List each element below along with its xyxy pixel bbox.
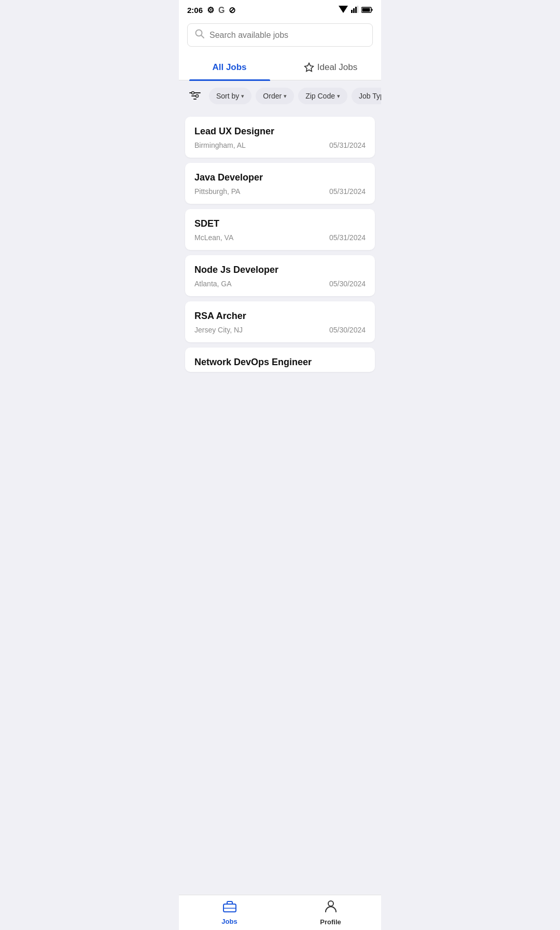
job-card-2[interactable]: Java Developer Pittsburgh, PA 05/31/2024 bbox=[185, 163, 375, 204]
search-icon bbox=[195, 29, 204, 41]
job-title-partial: Network DevOps Engineer bbox=[194, 357, 366, 368]
svg-line-9 bbox=[201, 35, 204, 38]
google-icon: G bbox=[218, 6, 225, 15]
search-input[interactable] bbox=[209, 31, 365, 40]
tabs-container: All Jobs Ideal Jobs bbox=[179, 55, 381, 80]
job-date-2: 05/31/2024 bbox=[329, 187, 366, 196]
signal-icon bbox=[351, 6, 358, 15]
status-indicators bbox=[339, 6, 373, 15]
order-chip[interactable]: Order ▾ bbox=[256, 88, 294, 104]
job-date-4: 05/30/2024 bbox=[329, 280, 366, 288]
status-bar: 2:06 ⚙ G ⊘ bbox=[179, 0, 381, 18]
job-card-3[interactable]: SDET McLean, VA 05/31/2024 bbox=[185, 209, 375, 250]
wifi-icon bbox=[339, 6, 348, 15]
tab-ideal-jobs[interactable]: Ideal Jobs bbox=[280, 55, 381, 80]
zip-code-chip[interactable]: Zip Code ▾ bbox=[298, 88, 347, 104]
job-location-2: Pittsburgh, PA bbox=[194, 187, 240, 196]
search-bar[interactable] bbox=[187, 23, 373, 47]
svg-rect-6 bbox=[362, 8, 370, 12]
svg-point-13 bbox=[192, 92, 194, 94]
job-card-partial[interactable]: Network DevOps Engineer bbox=[185, 348, 375, 372]
svg-rect-3 bbox=[355, 7, 357, 13]
job-date-1: 05/31/2024 bbox=[329, 141, 366, 149]
job-title-5: RSA Archer bbox=[194, 311, 366, 322]
battery-icon bbox=[361, 6, 373, 15]
blocked-icon: ⊘ bbox=[229, 5, 235, 15]
job-date-5: 05/30/2024 bbox=[329, 326, 366, 334]
nav-item-profile[interactable]: Profile bbox=[280, 895, 381, 930]
svg-rect-2 bbox=[353, 8, 355, 13]
svg-rect-1 bbox=[351, 10, 353, 13]
tab-all-jobs[interactable]: All Jobs bbox=[179, 55, 280, 80]
job-location-1: Birmingham, AL bbox=[194, 141, 246, 149]
search-container bbox=[179, 18, 381, 55]
order-chevron: ▾ bbox=[284, 93, 287, 100]
job-meta-1: Birmingham, AL 05/31/2024 bbox=[194, 141, 366, 149]
job-meta-3: McLean, VA 05/31/2024 bbox=[194, 233, 366, 242]
job-title-2: Java Developer bbox=[194, 172, 366, 183]
svg-marker-0 bbox=[339, 6, 348, 13]
job-title-4: Node Js Developer bbox=[194, 265, 366, 275]
sort-by-chevron: ▾ bbox=[241, 93, 244, 100]
settings-icon: ⚙ bbox=[207, 5, 214, 15]
svg-point-14 bbox=[196, 95, 199, 98]
bottom-nav: Jobs Profile bbox=[179, 895, 381, 930]
job-card-1[interactable]: Lead UX Designer Birmingham, AL 05/31/20… bbox=[185, 117, 375, 158]
status-time: 2:06 bbox=[187, 6, 203, 15]
star-icon bbox=[304, 63, 313, 72]
job-meta-4: Atlanta, GA 05/30/2024 bbox=[194, 280, 366, 288]
sort-by-chip[interactable]: Sort by ▾ bbox=[209, 88, 251, 104]
job-location-3: McLean, VA bbox=[194, 233, 233, 242]
job-card-5[interactable]: RSA Archer Jersey City, NJ 05/30/2024 bbox=[185, 301, 375, 342]
job-date-3: 05/31/2024 bbox=[329, 233, 366, 242]
svg-point-17 bbox=[328, 901, 333, 906]
svg-rect-7 bbox=[372, 9, 373, 11]
nav-item-jobs[interactable]: Jobs bbox=[179, 895, 280, 930]
job-type-chip[interactable]: Job Type ▾ bbox=[352, 88, 381, 104]
job-card-4[interactable]: Node Js Developer Atlanta, GA 05/30/2024 bbox=[185, 255, 375, 296]
filter-bar: Sort by ▾ Order ▾ Zip Code ▾ Job Type ▾ bbox=[179, 80, 381, 112]
job-location-5: Jersey City, NJ bbox=[194, 326, 243, 334]
job-title-1: Lead UX Designer bbox=[194, 126, 366, 137]
job-list: Lead UX Designer Birmingham, AL 05/31/20… bbox=[179, 112, 381, 377]
job-meta-2: Pittsburgh, PA 05/31/2024 bbox=[194, 187, 366, 196]
job-location-4: Atlanta, GA bbox=[194, 280, 232, 288]
person-icon bbox=[325, 899, 337, 916]
nav-label-jobs: Jobs bbox=[221, 918, 237, 925]
filter-icon-button[interactable] bbox=[185, 88, 205, 104]
svg-rect-4 bbox=[357, 6, 358, 13]
nav-label-profile: Profile bbox=[320, 918, 341, 926]
job-meta-5: Jersey City, NJ 05/30/2024 bbox=[194, 326, 366, 334]
briefcase-icon bbox=[223, 900, 236, 915]
zip-code-chevron: ▾ bbox=[337, 93, 340, 100]
job-title-3: SDET bbox=[194, 218, 366, 229]
